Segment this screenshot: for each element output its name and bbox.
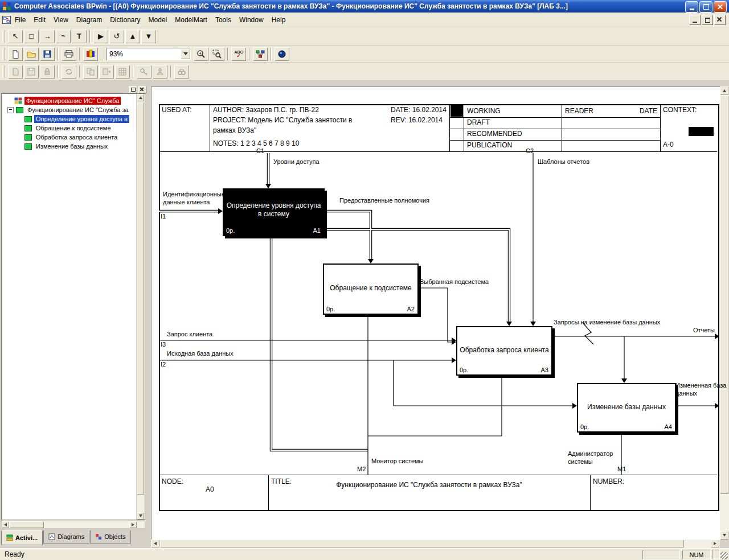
i2-code[interactable]: I2 — [161, 361, 166, 368]
go-to-child-button[interactable]: ▼ — [141, 30, 156, 43]
modelmart-users-button[interactable] — [153, 65, 167, 79]
mdi-restore-button[interactable] — [702, 15, 713, 25]
i1-code[interactable]: I1 — [161, 213, 166, 220]
c2-code[interactable]: C2 — [526, 147, 534, 154]
mdi-minimize-button[interactable] — [689, 15, 701, 25]
granted-authority-label[interactable]: Предоставленные полномочия — [339, 197, 429, 204]
activity-box-tool-button[interactable]: □ — [24, 30, 39, 43]
main-scroll-up-button[interactable] — [720, 87, 728, 95]
i2-label[interactable]: Исходная база данных — [167, 350, 234, 357]
tree-item-model-root[interactable]: Функционирование ИС" Служба — [2, 96, 145, 105]
panel-dock-button[interactable] — [129, 86, 137, 93]
menu-dictionary[interactable]: Dictionary — [106, 14, 144, 26]
menu-help[interactable]: Help — [268, 14, 290, 26]
main-vscroll-thumb[interactable] — [720, 96, 728, 494]
tree-scroll-left-button[interactable] — [2, 521, 9, 528]
c1-label[interactable]: Уровни доступа — [273, 158, 320, 165]
i1-label-line2[interactable]: данные клиента — [163, 199, 210, 205]
i3-label[interactable]: Запрос клиента — [167, 331, 212, 337]
activity-box-a2[interactable]: Обращение к подсистеме 0р. A2 — [323, 263, 419, 315]
resize-grip[interactable] — [720, 552, 728, 559]
main-scroll-left-button[interactable] — [151, 540, 159, 547]
tab-activities[interactable]: Activi... — [1, 530, 43, 545]
tree-scroll-up-button[interactable] — [137, 94, 144, 101]
modelmart-grid-button[interactable] — [115, 65, 130, 79]
c1-code[interactable]: C1 — [256, 147, 264, 154]
m1-label-line1[interactable]: Администратор — [568, 450, 613, 457]
modelmart-key-button[interactable] — [137, 65, 151, 79]
toolbar-grip-3[interactable] — [2, 65, 5, 78]
activity-box-a1[interactable]: Определение уровня доступав систему 0р. … — [223, 188, 325, 236]
main-hscroll-thumb[interactable] — [160, 540, 684, 547]
tree-item-context-diagram[interactable]: Функционирование ИС "Служба за — [2, 105, 145, 114]
modelmart-sync-button[interactable] — [62, 65, 76, 79]
spell-check-button[interactable]: ABC✓ — [231, 47, 246, 61]
menu-file[interactable]: File — [11, 14, 30, 26]
color-palette-button[interactable] — [83, 47, 98, 61]
tree-item-a2[interactable]: Обращение к подсистеме — [2, 123, 145, 133]
refresh-button[interactable]: ↺ — [109, 30, 124, 43]
mdi-close-button[interactable] — [714, 15, 726, 25]
i1-label-line1[interactable]: Идентификационные — [163, 191, 225, 197]
tree-scroll-right-button[interactable] — [129, 521, 137, 528]
tab-diagrams[interactable]: Diagrams — [43, 530, 89, 543]
diagram-view-button[interactable] — [275, 47, 289, 61]
menu-view[interactable]: View — [50, 14, 72, 26]
close-button[interactable] — [714, 1, 727, 13]
c2-label[interactable]: Шаблоны отчетов — [538, 158, 589, 165]
print-button[interactable] — [62, 47, 76, 61]
selected-subsystem-label[interactable]: Выбранная подсистема — [420, 278, 489, 285]
menu-tools[interactable]: Tools — [211, 14, 235, 26]
tab-objects[interactable]: Objects — [90, 530, 130, 543]
tree-item-a4[interactable]: Изменение базы данных — [2, 142, 145, 151]
tree-scroll-thumb[interactable] — [137, 102, 144, 495]
new-button[interactable] — [8, 47, 23, 61]
text-tool-button[interactable]: T — [72, 30, 87, 43]
modelmart-find-button[interactable] — [174, 65, 189, 79]
modelmart-lock-button[interactable] — [40, 65, 55, 79]
menu-modelmart[interactable]: ModelMart — [171, 14, 211, 26]
i3-code[interactable]: I3 — [161, 341, 166, 348]
m2-code[interactable]: M2 — [357, 466, 366, 472]
m2-label[interactable]: Монитор системы — [371, 458, 423, 464]
save-button[interactable] — [40, 47, 55, 61]
tree-vertical-scrollbar[interactable] — [136, 94, 145, 520]
restore-button[interactable] — [699, 1, 712, 13]
menu-window[interactable]: Window — [235, 14, 268, 26]
go-to-parent-button[interactable]: ▲ — [125, 30, 140, 43]
main-scroll-down-button[interactable] — [720, 531, 728, 540]
tree-scroll-down-button[interactable] — [137, 512, 144, 520]
menu-model[interactable]: Model — [145, 14, 171, 26]
panel-close-button[interactable] — [138, 86, 146, 93]
modelmart-merge-button[interactable] — [83, 65, 98, 79]
main-vertical-scrollbar[interactable] — [720, 87, 729, 540]
activity-box-a4[interactable]: Изменение базы данных 0р. A4 — [577, 383, 676, 433]
m1-code[interactable]: M1 — [617, 466, 626, 472]
activity-box-a3[interactable]: Обработка запроса клиента 0р. A3 — [456, 326, 552, 376]
menu-diagram[interactable]: Diagram — [72, 14, 106, 26]
minimize-button[interactable] — [685, 1, 698, 13]
tree-item-a3[interactable]: Обработка запроса клиента — [2, 133, 145, 142]
zoom-in-button[interactable] — [194, 47, 208, 61]
modelmart-compare-button[interactable] — [99, 65, 114, 79]
db-change-requests-label[interactable]: Запросы на изменение базы данных — [554, 319, 660, 326]
pointer-tool-button[interactable]: ↖ — [8, 30, 23, 43]
model-tree[interactable]: Функционирование ИС" Служба Функциониров… — [1, 93, 145, 520]
tree-horizontal-scrollbar[interactable] — [1, 521, 145, 529]
menu-edit[interactable]: Edit — [30, 14, 50, 26]
modelmart-open-button[interactable] — [8, 65, 23, 79]
changed-db-label-line1[interactable]: Измененная база — [675, 382, 726, 389]
zoom-select[interactable]: 93% — [107, 48, 191, 60]
reports-label[interactable]: Отчеты — [693, 327, 715, 333]
squiggle-tool-button[interactable]: ~ — [56, 30, 71, 43]
arrow-tool-button[interactable]: → — [40, 30, 55, 43]
tree-item-a1[interactable]: Определение уровня доступа в — [2, 114, 145, 123]
main-horizontal-scrollbar[interactable] — [151, 540, 720, 548]
go-to-diagram-button[interactable]: ▶ — [93, 30, 108, 43]
changed-db-label-line2[interactable]: данных — [675, 390, 697, 397]
toolbar-grip[interactable] — [2, 30, 5, 43]
toolbar-grip-2[interactable] — [2, 48, 5, 60]
zoom-area-button[interactable] — [210, 47, 224, 61]
tree-hscroll-thumb[interactable] — [10, 521, 44, 528]
diagram-canvas[interactable]: USED AT: AUTHOR: Захаров П.С. гр. ПВ-22 … — [151, 87, 720, 540]
